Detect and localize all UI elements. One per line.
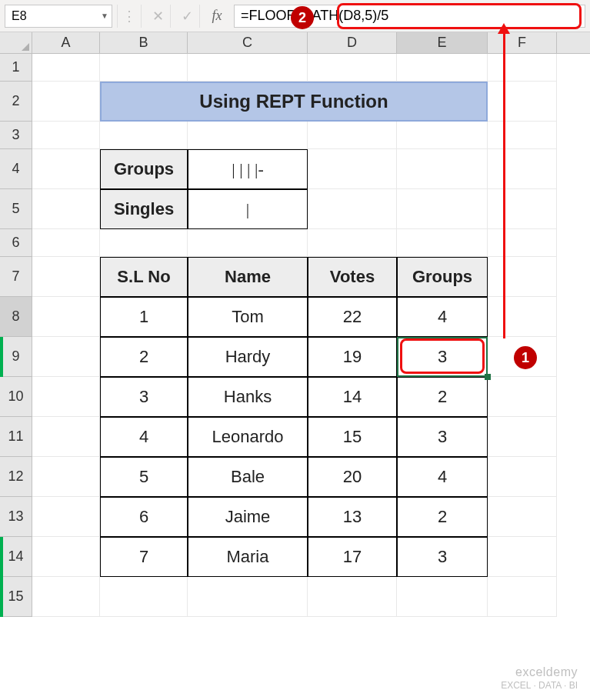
row-header-2[interactable]: 2 xyxy=(0,82,32,122)
select-all-corner[interactable] xyxy=(0,32,32,53)
cell-B11[interactable]: 4 xyxy=(100,417,188,457)
cell-A6[interactable] xyxy=(32,229,100,257)
col-header-A[interactable]: A xyxy=(32,32,100,53)
cell-D11[interactable]: 15 xyxy=(308,417,397,457)
cell-F12[interactable] xyxy=(488,457,557,497)
cell-E14[interactable]: 3 xyxy=(397,537,488,577)
cell-A9[interactable] xyxy=(32,337,100,377)
cell-D14[interactable]: 17 xyxy=(308,537,397,577)
cell-C8[interactable]: Tom xyxy=(188,297,308,337)
cell-B12[interactable]: 5 xyxy=(100,457,188,497)
cell-F4[interactable] xyxy=(488,149,557,189)
cell-F10[interactable] xyxy=(488,377,557,417)
label-singles[interactable]: Singles xyxy=(100,189,188,229)
fill-handle[interactable] xyxy=(485,374,491,380)
cell-A11[interactable] xyxy=(32,417,100,457)
cell-E8[interactable]: 4 xyxy=(397,297,488,337)
cell-A14[interactable] xyxy=(32,537,100,577)
cancel-icon[interactable]: ✕ xyxy=(146,5,171,28)
cell-E12[interactable]: 4 xyxy=(397,457,488,497)
cell-B10[interactable]: 3 xyxy=(100,377,188,417)
th-votes[interactable]: Votes xyxy=(308,257,397,297)
cell-C1[interactable] xyxy=(188,54,308,82)
cell-A2[interactable] xyxy=(32,82,100,122)
cell-A15[interactable] xyxy=(32,577,100,617)
fx-button[interactable]: fx xyxy=(205,5,229,28)
cell-D9[interactable]: 19 xyxy=(308,337,397,377)
cell-B9[interactable]: 2 xyxy=(100,337,188,377)
cell-C10[interactable]: Hanks xyxy=(188,377,308,417)
cell-E9[interactable]: 3 xyxy=(397,337,488,377)
cell-C14[interactable]: Maria xyxy=(188,537,308,577)
cell-A12[interactable] xyxy=(32,457,100,497)
cell-E5[interactable] xyxy=(397,189,488,229)
cell-C6[interactable] xyxy=(188,229,308,257)
cell-B15[interactable] xyxy=(100,577,188,617)
cell-E4[interactable] xyxy=(397,149,488,189)
cell-F14[interactable] xyxy=(488,537,557,577)
cell-F7[interactable] xyxy=(488,257,557,297)
col-header-E[interactable]: E xyxy=(397,32,488,53)
col-header-D[interactable]: D xyxy=(308,32,397,53)
name-box-dropdown-icon[interactable]: ▼ xyxy=(101,12,108,20)
cell-D13[interactable]: 13 xyxy=(308,497,397,537)
formula-input[interactable]: =FLOOR.MATH(D8,5)/5 xyxy=(234,5,585,28)
row-header-11[interactable]: 11 xyxy=(0,417,32,457)
cell-B13[interactable]: 6 xyxy=(100,497,188,537)
row-header-10[interactable]: 10 xyxy=(0,377,32,417)
row-header-15[interactable]: 15 xyxy=(0,577,32,617)
cell-D10[interactable]: 14 xyxy=(308,377,397,417)
col-header-B[interactable]: B xyxy=(100,32,188,53)
row-header-12[interactable]: 12 xyxy=(0,457,32,497)
cell-E11[interactable]: 3 xyxy=(397,417,488,457)
label-groups[interactable]: Groups xyxy=(100,149,188,189)
cell-C12[interactable]: Bale xyxy=(188,457,308,497)
cell-D6[interactable] xyxy=(308,229,397,257)
cell-B1[interactable] xyxy=(100,54,188,82)
row-header-3[interactable]: 3 xyxy=(0,122,32,149)
cell-B3[interactable] xyxy=(100,122,188,149)
cell-E13[interactable]: 2 xyxy=(397,497,488,537)
cell-F8[interactable] xyxy=(488,297,557,337)
row-header-8[interactable]: 8 xyxy=(0,297,32,337)
cell-F13[interactable] xyxy=(488,497,557,537)
title-cell[interactable]: Using REPT Function xyxy=(100,82,488,122)
cell-A8[interactable] xyxy=(32,297,100,337)
cell-A1[interactable] xyxy=(32,54,100,82)
cell-C9[interactable]: Hardy xyxy=(188,337,308,377)
cell-A3[interactable] xyxy=(32,122,100,149)
cell-D3[interactable] xyxy=(308,122,397,149)
cell-A7[interactable] xyxy=(32,257,100,297)
row-header-4[interactable]: 4 xyxy=(0,149,32,189)
row-header-1[interactable]: 1 xyxy=(0,54,32,82)
cell-E6[interactable] xyxy=(397,229,488,257)
cell-E1[interactable] xyxy=(397,54,488,82)
cell-E3[interactable] xyxy=(397,122,488,149)
cell-A13[interactable] xyxy=(32,497,100,537)
th-groups[interactable]: Groups xyxy=(397,257,488,297)
th-name[interactable]: Name xyxy=(188,257,308,297)
cell-D12[interactable]: 20 xyxy=(308,457,397,497)
row-header-9[interactable]: 9 xyxy=(0,337,32,377)
tally-groups-value[interactable]: | | | |- xyxy=(188,149,308,189)
cell-D8[interactable]: 22 xyxy=(308,297,397,337)
cell-B6[interactable] xyxy=(100,229,188,257)
tally-singles-value[interactable]: | xyxy=(188,189,308,229)
row-header-7[interactable]: 7 xyxy=(0,257,32,297)
cell-F11[interactable] xyxy=(488,417,557,457)
cell-C13[interactable]: Jaime xyxy=(188,497,308,537)
cell-F1[interactable] xyxy=(488,54,557,82)
row-header-6[interactable]: 6 xyxy=(0,229,32,257)
th-sl[interactable]: S.L No xyxy=(100,257,188,297)
name-box[interactable]: E8 ▼ xyxy=(5,5,112,28)
cell-A4[interactable] xyxy=(32,149,100,189)
cell-D5[interactable] xyxy=(308,189,397,229)
cell-C3[interactable] xyxy=(188,122,308,149)
cell-C11[interactable]: Leonardo xyxy=(188,417,308,457)
cell-F2[interactable] xyxy=(488,82,557,122)
row-header-14[interactable]: 14 xyxy=(0,537,32,577)
cell-D1[interactable] xyxy=(308,54,397,82)
enter-icon[interactable]: ✓ xyxy=(175,5,200,28)
cell-F15[interactable] xyxy=(488,577,557,617)
row-header-5[interactable]: 5 xyxy=(0,189,32,229)
